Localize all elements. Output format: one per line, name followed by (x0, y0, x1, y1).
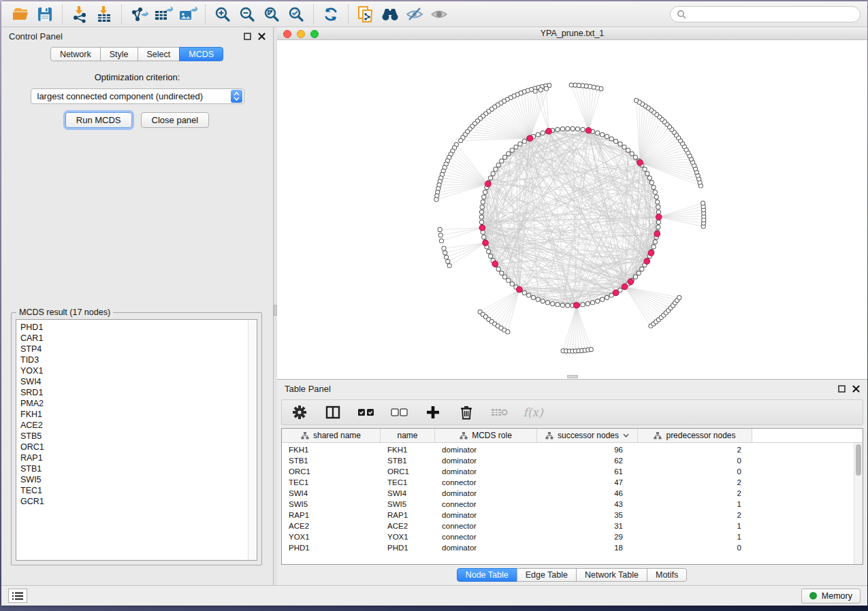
list-item[interactable]: SWI5 (20, 474, 248, 485)
criterion-select[interactable]: largest connected component (undirected) (31, 88, 244, 104)
tab-edge-table[interactable]: Edge Table (517, 568, 577, 582)
table-cell-role: connector (435, 533, 537, 541)
list-item[interactable]: STB5 (20, 431, 248, 442)
zoom-in-button[interactable] (210, 3, 235, 25)
column-visibility-button[interactable] (324, 403, 342, 421)
list-item[interactable]: GCR1 (20, 496, 248, 507)
tab-style[interactable]: Style (100, 47, 138, 61)
table-row[interactable]: RAP1RAP1dominator352 (282, 510, 863, 521)
list-item[interactable]: ACE2 (20, 420, 248, 431)
table-cell-role: dominator (435, 457, 537, 465)
zoom-fit-button[interactable] (259, 3, 284, 25)
column-header-mcds-role[interactable]: MCDS role (435, 429, 537, 442)
close-table-panel-icon[interactable] (852, 385, 860, 393)
tab-network[interactable]: Network (50, 47, 101, 61)
list-item[interactable]: CAR1 (20, 333, 248, 344)
criterion-selected-value: largest connected component (undirected) (37, 91, 204, 101)
search-input[interactable] (690, 9, 854, 19)
table-settings-button[interactable] (291, 403, 308, 421)
tab-network-table[interactable]: Network Table (576, 568, 647, 582)
toolbar-separator (205, 5, 206, 24)
table-row[interactable]: SWI4SWI4dominator462 (282, 488, 863, 499)
network-window-titlebar: YPA_prune.txt_1 (277, 27, 867, 40)
column-header-shared-name[interactable]: shared name (282, 429, 381, 442)
control-panel: Control Panel Network Style Select MCDS … (1, 27, 274, 585)
delete-table-button[interactable] (491, 403, 509, 421)
table-row[interactable]: ACE2ACE2connector311 (282, 521, 863, 531)
list-item[interactable]: STP4 (20, 344, 248, 354)
show-all-button[interactable] (427, 3, 451, 25)
column-header-successor-nodes[interactable]: successor nodes (537, 429, 638, 442)
table-cell-role: connector (435, 500, 537, 508)
list-icon (12, 592, 23, 600)
table-row[interactable]: SWI5SWI5connector431 (282, 499, 863, 510)
sort-desc-icon (623, 433, 629, 437)
add-row-button[interactable] (424, 403, 442, 421)
apply-layout-button[interactable] (319, 3, 343, 25)
close-panel-button[interactable]: Close panel (141, 112, 210, 128)
table-scrollbar-thumb[interactable] (856, 444, 861, 476)
org-chart-icon (460, 432, 468, 440)
table-row[interactable]: STB1STB1dominator620 (282, 455, 863, 466)
save-session-button[interactable] (33, 3, 57, 25)
import-table-button[interactable] (92, 3, 116, 25)
list-item[interactable]: TID3 (20, 354, 248, 365)
zoom-out-button[interactable] (235, 3, 259, 25)
export-image-icon (178, 5, 197, 23)
tab-motifs[interactable]: Motifs (647, 568, 687, 582)
deselect-all-button[interactable] (391, 403, 408, 421)
run-mcds-button[interactable]: Run MCDS (65, 112, 132, 128)
horizontal-splitter-grip[interactable] (567, 375, 578, 378)
float-panel-icon[interactable] (244, 33, 251, 40)
table-row[interactable]: PHD1PHD1dominator180 (282, 542, 863, 553)
tab-select[interactable]: Select (138, 47, 180, 61)
export-image-button[interactable] (176, 3, 200, 25)
table-row[interactable]: ORC1ORC1dominator610 (282, 466, 863, 477)
table-cell-shared_name: ACE2 (282, 522, 381, 530)
list-item[interactable]: PHD1 (20, 322, 248, 333)
list-item[interactable]: RAP1 (20, 452, 248, 463)
table-cell-predecessors: 1 (638, 500, 752, 508)
open-session-button[interactable] (8, 3, 33, 25)
zoom-selected-button[interactable] (284, 3, 308, 25)
float-table-panel-icon[interactable] (838, 385, 846, 393)
table-cell-successors: 18 (537, 544, 638, 552)
table-row[interactable]: TEC1TEC1connector472 (282, 477, 863, 488)
column-header-name[interactable]: name (381, 429, 435, 442)
task-history-button[interactable] (8, 589, 27, 603)
mcds-list-scrollbar[interactable] (248, 320, 257, 560)
table-scrollbar[interactable] (854, 443, 863, 564)
table-cell-role: dominator (435, 446, 537, 454)
list-item[interactable]: YOX1 (20, 365, 248, 376)
first-neighbors-button[interactable] (378, 3, 402, 25)
delete-row-button[interactable] (457, 403, 475, 421)
list-item[interactable]: SRD1 (20, 387, 248, 398)
table-cell-successors: 29 (537, 533, 638, 541)
list-item[interactable]: SWI4 (20, 376, 248, 387)
minimize-window-button[interactable] (297, 30, 305, 38)
table-row[interactable]: YOX1YOX1connector291 (282, 531, 863, 542)
clone-network-button[interactable] (353, 3, 378, 25)
org-chart-icon (654, 432, 662, 440)
export-network-button[interactable] (127, 3, 151, 25)
table-cell-shared_name: SWI4 (282, 489, 381, 497)
close-window-button[interactable] (283, 30, 291, 38)
tab-node-table[interactable]: Node Table (457, 568, 517, 582)
memory-button[interactable]: Memory (801, 589, 861, 604)
close-panel-icon[interactable] (258, 33, 266, 40)
list-item[interactable]: ORC1 (20, 442, 248, 452)
function-builder-button[interactable]: f(x) (524, 403, 542, 421)
list-item[interactable]: STB1 (20, 463, 248, 474)
hide-selected-button[interactable] (402, 3, 427, 25)
list-item[interactable]: FKH1 (20, 409, 248, 420)
maximize-window-button[interactable] (310, 30, 319, 38)
list-item[interactable]: PMA2 (20, 398, 248, 409)
list-item[interactable]: TEC1 (20, 485, 248, 496)
export-table-button[interactable] (151, 3, 176, 25)
table-row[interactable]: FKH1FKH1dominator962 (282, 444, 863, 455)
network-canvas[interactable] (277, 40, 867, 379)
column-header-predecessor-nodes[interactable]: predecessor nodes (638, 429, 752, 442)
tab-mcds[interactable]: MCDS (179, 47, 223, 61)
select-all-button[interactable] (357, 403, 375, 421)
import-network-button[interactable] (67, 3, 92, 25)
